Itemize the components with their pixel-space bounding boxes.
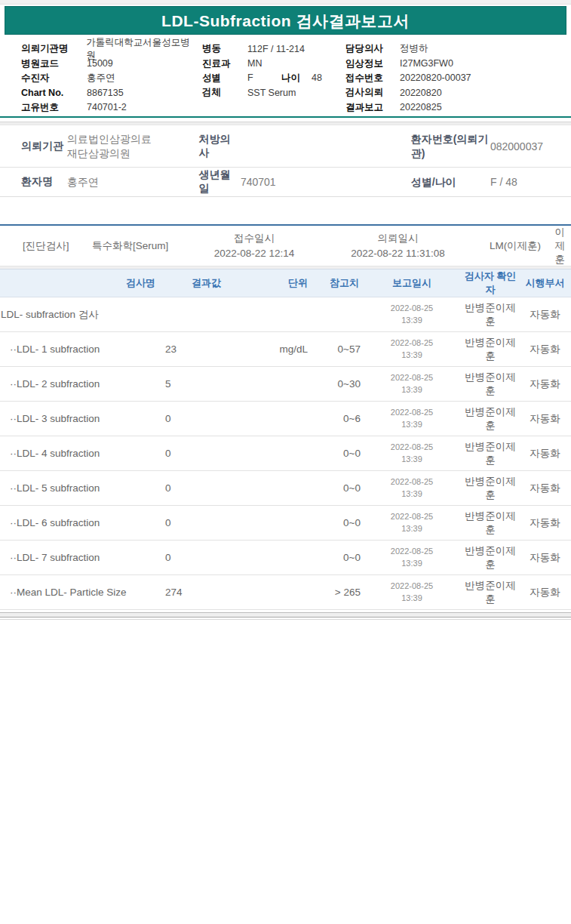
field-value: I27MG3FW0 — [400, 58, 453, 69]
birthdate-label: 생년월일 — [199, 168, 241, 196]
unit-value — [253, 575, 311, 610]
header-result: 결과값 — [160, 270, 253, 297]
report-datetime: 2022-08-2513:39 — [362, 506, 462, 541]
reference-range: 0~0 — [311, 506, 362, 541]
reference-range: > 265 — [311, 575, 362, 610]
report-time: 13:39 — [362, 350, 462, 362]
report-date: 2022-08-25 — [362, 442, 462, 454]
results-header-row: 검사명 결과값 단위 참고치 보고일시 검사자 확인자 시행부서 — [0, 270, 571, 297]
report-date: 2022-08-25 — [362, 511, 462, 523]
results-table: 검사명 결과값 단위 참고치 보고일시 검사자 확인자 시행부서 LDL- su… — [0, 269, 571, 610]
header-unit: 단위 — [253, 270, 311, 297]
request-datetime: 의뢰일시 2022-08-22 11:31:08 — [324, 231, 471, 260]
field-value: 홍주연 — [87, 72, 115, 85]
unit-value — [253, 471, 311, 506]
examiner-verifier: 반병준이제훈 — [462, 402, 519, 436]
field-label: 의뢰기관명 — [21, 42, 86, 55]
table-row: ··LDL- 3 subfraction 0 0~6 2022-08-2513:… — [0, 402, 571, 436]
exam-category: [진단검사] — [23, 239, 92, 253]
exam-test-group: 특수화학[Serum] — [92, 239, 190, 253]
request-label: 의뢰일시 — [378, 233, 419, 244]
referral-org-value: 의료법인삼광의료재단삼광의원 — [67, 132, 161, 159]
test-name: ··LDL- 4 subfraction — [0, 436, 160, 471]
examiner-verifier: 반병준이제훈 — [462, 332, 519, 367]
field-label: 병원코드 — [21, 57, 87, 70]
unit-value — [253, 541, 311, 575]
sex-age-label: 성별/나이 — [411, 175, 490, 189]
referral-section: 의뢰기관 의료법인삼광의료재단삼광의원 처방의사 환자번호(의뢰기관) 0820… — [0, 125, 571, 197]
test-name: ··LDL- 2 subfraction — [0, 367, 160, 402]
test-name: ··LDL- 7 subfraction — [0, 541, 160, 575]
lab-name: LM(이제훈) — [477, 239, 553, 253]
report-datetime: 2022-08-2513:39 — [362, 332, 462, 367]
result-value: 5 — [160, 367, 253, 402]
report-date: 2022-08-25 — [362, 303, 462, 315]
department: 자동화 — [519, 297, 571, 332]
unit-value: mg/dL — [253, 332, 311, 367]
result-value: 23 — [160, 332, 253, 367]
department: 자동화 — [519, 402, 571, 436]
field-value: 112F / 11-214 — [247, 44, 305, 54]
reference-range: 0~30 — [311, 367, 362, 402]
referral-row: 의뢰기관 의료법인삼광의료재단삼광의원 처방의사 환자번호(의뢰기관) 0820… — [0, 125, 571, 168]
result-value: 0 — [160, 402, 253, 436]
table-row: ··LDL- 1 subfraction 23 mg/dL 0~57 2022-… — [0, 332, 571, 367]
result-value: 0 — [160, 471, 253, 506]
report-date: 2022-08-25 — [362, 407, 462, 419]
test-name: ··Mean LDL- Particle Size — [0, 575, 160, 610]
examiner-verifier: 반병준이제훈 — [462, 367, 519, 402]
report-date: 2022-08-25 — [362, 476, 462, 488]
header-reference: 참고치 — [311, 270, 362, 297]
field-value: 20220825 — [400, 102, 442, 112]
report-datetime: 2022-08-2513:39 — [362, 436, 462, 471]
examiner-verifier: 반병준이제훈 — [462, 575, 519, 610]
field-value: F — [247, 72, 281, 83]
table-end-rule — [0, 612, 571, 618]
test-name: LDL- subfraction 검사 — [0, 297, 160, 332]
reference-range: 0~6 — [311, 402, 362, 436]
department: 자동화 — [519, 436, 571, 471]
result-value: 0 — [160, 541, 253, 575]
field-value: 20220820 — [400, 88, 442, 98]
table-row: ··LDL- 7 subfraction 0 0~0 2022-08-2513:… — [0, 541, 571, 575]
table-row: ··Mean LDL- Particle Size 274 > 265 2022… — [0, 575, 571, 610]
header-report-datetime: 보고일시 — [362, 270, 462, 297]
unit-value — [253, 506, 311, 541]
table-row: ··LDL- 4 subfraction 0 0~0 2022-08-2513:… — [0, 436, 571, 471]
examiner-verifier: 반병준이제훈 — [462, 436, 519, 471]
header-examiner-verifier: 검사자 확인자 — [462, 270, 519, 297]
reference-range: 0~0 — [311, 541, 362, 575]
examiner-verifier: 반병준이제훈 — [462, 506, 519, 541]
test-name: ··LDL- 1 subfraction — [0, 332, 160, 367]
test-name: ··LDL- 5 subfraction — [0, 471, 160, 506]
report-time: 13:39 — [362, 488, 462, 500]
report-date: 2022-08-25 — [362, 546, 462, 558]
report-datetime: 2022-08-2513:39 — [362, 541, 462, 575]
field-label: Chart No. — [21, 88, 87, 98]
patient-info-col2: 병동112F / 11-214 진료과MN 성별 F 나이 48 검체SST S… — [202, 42, 342, 100]
field-label: 검체 — [202, 86, 247, 99]
test-name: ··LDL- 3 subfraction — [0, 402, 160, 436]
result-value: 0 — [160, 506, 253, 541]
examiner-verifier: 반병준이제훈 — [462, 471, 519, 506]
field-label: 병동 — [202, 42, 247, 55]
field-value: MN — [247, 58, 262, 69]
test-name: ··LDL- 6 subfraction — [0, 506, 160, 541]
field-value: SST Serum — [247, 88, 296, 98]
receipt-label: 접수일시 — [234, 233, 275, 244]
referral-org-label: 의뢰기관 — [21, 140, 67, 153]
field-label: 담당의사 — [345, 42, 400, 55]
examiner-verifier: 반병준이제훈 — [462, 297, 519, 332]
patient-info-section: 의뢰기관명가톨릭대학교서울성모병원 병원코드15009 수진자홍주연 Chart… — [0, 35, 571, 116]
patient-name-value: 홍주연 — [67, 175, 161, 189]
report-date: 2022-08-25 — [362, 581, 462, 593]
table-row: ··LDL- 6 subfraction 0 0~0 2022-08-2513:… — [0, 506, 571, 541]
patient-info-col3: 담당의사정병하 임상정보I27MG3FW0 접수번호20220820-00037… — [345, 42, 564, 115]
patient-number-value: 082000037 — [490, 140, 571, 152]
field-label: 결과보고 — [345, 101, 400, 114]
report-datetime: 2022-08-2513:39 — [362, 297, 462, 332]
reference-range: 0~0 — [311, 436, 362, 471]
report-datetime: 2022-08-2513:39 — [362, 402, 462, 436]
report-time: 13:39 — [362, 315, 462, 327]
report-date: 2022-08-25 — [362, 372, 462, 384]
